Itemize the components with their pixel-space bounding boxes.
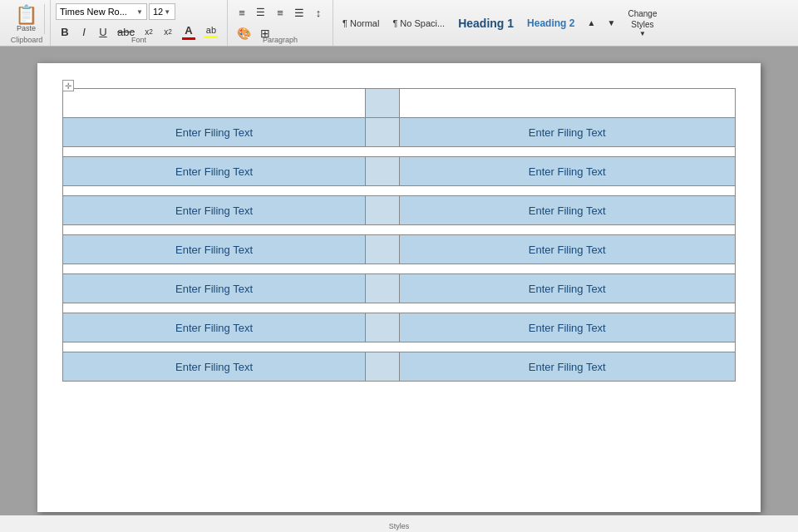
font-size-selector[interactable]: 12 ▼	[149, 3, 175, 20]
cell-narrow-2	[366, 196, 399, 225]
cell-empty-left-top[interactable]	[63, 89, 366, 118]
cell-left-2[interactable]: Enter Filing Text	[63, 196, 366, 225]
style-no-spacing-label: ¶ No Spaci...	[392, 18, 445, 28]
filing-table: Enter Filing Text Enter Filing Text Ente…	[62, 88, 736, 382]
paste-icon: 📋	[15, 6, 37, 24]
cell-left-0[interactable]: Enter Filing Text	[63, 118, 366, 147]
table-spacer-row	[63, 186, 736, 196]
change-styles-label: ChangeStyles	[628, 8, 657, 30]
table-data-row: Enter Filing Text Enter Filing Text	[63, 235, 736, 264]
styles-section: ¶ Normal ¶ No Spaci... Heading 1 Heading…	[333, 0, 795, 46]
style-heading1-button[interactable]: Heading 1	[452, 7, 520, 39]
line-spacing-button[interactable]: ↕	[309, 3, 328, 22]
style-heading2-label: Heading 2	[527, 17, 574, 29]
table-spacer-row	[63, 342, 736, 352]
cell-narrow-4	[366, 274, 399, 303]
cell-narrow-3	[366, 235, 399, 264]
font-name-selector[interactable]: Times New Ro... ▼	[56, 3, 147, 20]
style-normal-button[interactable]: ¶ Normal	[337, 7, 385, 39]
table-data-row: Enter Filing Text Enter Filing Text	[63, 313, 736, 342]
ribbon-toolbar: 📋 Paste Clipboard Times New Ro... ▼ 12 ▼…	[0, 0, 798, 47]
clipboard-label: Clipboard	[3, 36, 50, 44]
cell-right-0[interactable]: Enter Filing Text	[399, 118, 736, 147]
cell-right-5[interactable]: Enter Filing Text	[399, 313, 736, 342]
style-heading1-label: Heading 1	[458, 17, 514, 30]
paragraph-label: Paragraph	[228, 36, 332, 44]
cell-left-6[interactable]: Enter Filing Text	[63, 352, 366, 382]
cell-left-4[interactable]: Enter Filing Text	[63, 274, 366, 303]
text-color-label: A	[185, 24, 192, 37]
cell-left-5[interactable]: Enter Filing Text	[63, 313, 366, 342]
cell-narrow-5	[366, 313, 399, 342]
cell-empty-right-top[interactable]	[399, 89, 736, 118]
table-spacer-row	[63, 147, 736, 157]
cell-narrow-0	[366, 118, 399, 147]
paste-label: Paste	[17, 24, 36, 32]
align-right-button[interactable]: ≡	[271, 3, 289, 22]
cell-right-3[interactable]: Enter Filing Text	[399, 235, 736, 264]
font-label: Font	[51, 36, 227, 44]
document-area: ✛ Enter Filing Text Enter Filing Text En…	[0, 47, 798, 515]
change-styles-arrow: ▼	[639, 30, 646, 37]
document-page: ✛ Enter Filing Text Enter Filing Text En…	[37, 63, 761, 512]
cell-left-1[interactable]: Enter Filing Text	[63, 157, 366, 186]
paste-button[interactable]: 📋 Paste	[8, 4, 45, 34]
cell-left-3[interactable]: Enter Filing Text	[63, 235, 366, 264]
cell-narrow-1	[366, 157, 399, 186]
font-section: Times New Ro... ▼ 12 ▼ B I U abc x2 x2 A	[51, 0, 228, 46]
cell-narrow-top	[366, 89, 399, 118]
cell-right-1[interactable]: Enter Filing Text	[399, 157, 736, 186]
change-styles-button[interactable]: ChangeStyles ▼	[622, 7, 663, 39]
table-spacer-row	[63, 303, 736, 313]
table-row	[63, 89, 736, 118]
justify-button[interactable]: ☰	[290, 3, 308, 22]
clipboard-section: 📋 Paste Clipboard	[3, 0, 51, 46]
table-spacer-row	[63, 225, 736, 235]
table-spacer-row	[63, 264, 736, 274]
style-no-spacing-button[interactable]: ¶ No Spaci...	[387, 7, 451, 39]
cell-right-2[interactable]: Enter Filing Text	[399, 196, 736, 225]
table-move-handle[interactable]: ✛	[62, 80, 74, 91]
font-name-arrow: ▼	[136, 8, 143, 16]
table-data-row: Enter Filing Text Enter Filing Text	[63, 352, 736, 382]
styles-label: Styles	[389, 522, 410, 530]
table-data-row: Enter Filing Text Enter Filing Text	[63, 196, 736, 225]
cell-right-6[interactable]: Enter Filing Text	[399, 352, 736, 382]
font-size-arrow: ▼	[164, 8, 170, 16]
cell-right-4[interactable]: Enter Filing Text	[399, 274, 736, 303]
styles-scroll-down[interactable]: ▼	[602, 14, 620, 32]
table-data-row: Enter Filing Text Enter Filing Text	[63, 274, 736, 303]
styles-scroll-up[interactable]: ▲	[582, 14, 600, 32]
style-heading2-button[interactable]: Heading 2	[521, 7, 580, 39]
align-left-button[interactable]: ≡	[233, 3, 251, 22]
table-data-row: Enter Filing Text Enter Filing Text	[63, 157, 736, 186]
align-center-button[interactable]: ☰	[252, 3, 270, 22]
cell-narrow-6	[366, 352, 399, 382]
table-data-row: Enter Filing Text Enter Filing Text	[63, 118, 736, 147]
highlight-label: ab	[206, 25, 216, 35]
paragraph-section: ≡ ☰ ≡ ☰ ↕ 🎨 ⊞ Paragraph	[228, 0, 333, 46]
font-size-value: 12	[153, 7, 163, 17]
style-normal-label: ¶ Normal	[342, 18, 379, 28]
font-name-value: Times New Ro...	[60, 7, 132, 17]
